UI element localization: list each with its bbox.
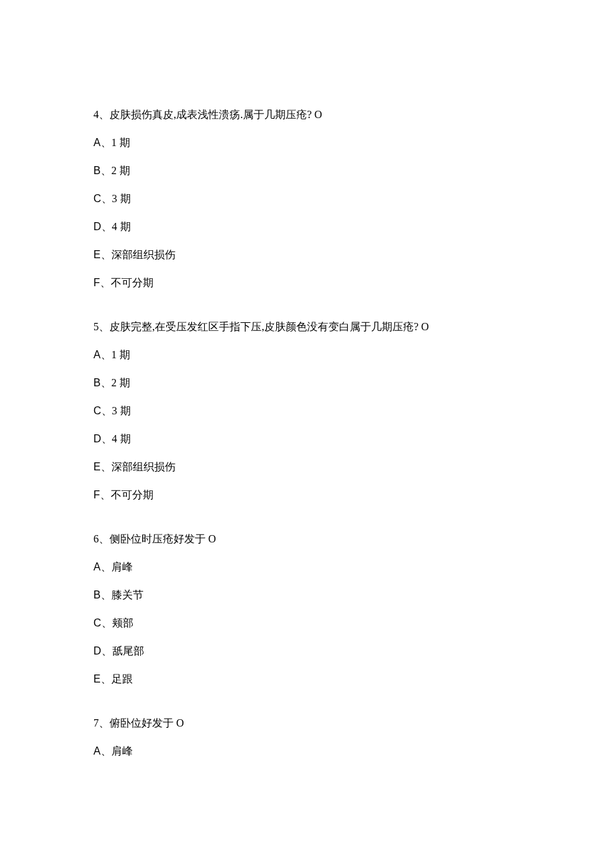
question-text: 6、侧卧位时压疮好发于 O xyxy=(93,531,521,547)
option-letter: A xyxy=(93,137,101,148)
option: C、颊部 xyxy=(93,615,521,631)
option-text: 1 期 xyxy=(111,349,130,360)
option-separator: 、 xyxy=(101,137,111,148)
question-text: 5、皮肤完整,在受压发红区手指下压,皮肤颜色没有变白属于几期压疮? O xyxy=(93,319,521,335)
option: B、2 期 xyxy=(93,375,521,391)
option-separator: 、 xyxy=(100,277,111,288)
option-separator: 、 xyxy=(101,589,111,600)
document-content: 4、皮肤损伤真皮,成表浅性溃疡.属于几期压疮? OA、1 期B、2 期C、3 期… xyxy=(93,107,521,759)
option-text: 足跟 xyxy=(111,673,133,685)
option-text: 不可分期 xyxy=(111,489,154,500)
option: A、肩峰 xyxy=(93,559,521,575)
option: E、深部组织损伤 xyxy=(93,247,521,263)
option: A、1 期 xyxy=(93,347,521,363)
option-text: 4 期 xyxy=(112,221,131,232)
option-separator: 、 xyxy=(101,461,111,472)
option-letter: C xyxy=(93,405,101,416)
option-separator: 、 xyxy=(101,377,111,388)
option-text: 不可分期 xyxy=(111,277,154,288)
option: E、足跟 xyxy=(93,671,521,687)
option-text: 2 期 xyxy=(111,377,130,388)
option: F、不可分期 xyxy=(93,487,521,503)
option-separator: 、 xyxy=(101,433,112,444)
option-separator: 、 xyxy=(101,645,112,657)
option-letter: B xyxy=(93,589,101,600)
option-text: 深部组织损伤 xyxy=(111,461,176,472)
option-letter: D xyxy=(93,221,101,232)
option-letter: A xyxy=(93,561,101,572)
option-text: 舐尾部 xyxy=(112,645,144,657)
option-text: 3 期 xyxy=(112,193,131,204)
option: E、深部组织损伤 xyxy=(93,459,521,475)
option-letter: D xyxy=(93,433,101,444)
option: B、2 期 xyxy=(93,163,521,179)
option-separator: 、 xyxy=(101,673,111,685)
option-separator: 、 xyxy=(101,349,111,360)
option: F、不可分期 xyxy=(93,275,521,291)
option-letter: F xyxy=(93,489,100,500)
option-letter: D xyxy=(93,645,101,657)
question-text: 7、俯卧位好发于 O xyxy=(93,715,521,731)
question-text: 4、皮肤损伤真皮,成表浅性溃疡.属于几期压疮? O xyxy=(93,107,521,123)
question-block: 7、俯卧位好发于 OA、肩峰 xyxy=(93,715,521,759)
option-letter: F xyxy=(93,277,100,288)
option: D、舐尾部 xyxy=(93,643,521,659)
option-text: 3 期 xyxy=(112,405,131,416)
question-block: 4、皮肤损伤真皮,成表浅性溃疡.属于几期压疮? OA、1 期B、2 期C、3 期… xyxy=(93,107,521,291)
option: A、1 期 xyxy=(93,135,521,151)
option-separator: 、 xyxy=(101,249,111,260)
option-letter: A xyxy=(93,349,101,360)
option-letter: A xyxy=(93,745,101,757)
question-block: 5、皮肤完整,在受压发红区手指下压,皮肤颜色没有变白属于几期压疮? OA、1 期… xyxy=(93,319,521,503)
option: B、膝关节 xyxy=(93,587,521,603)
option-letter: E xyxy=(93,249,101,260)
question-block: 6、侧卧位时压疮好发于 OA、肩峰B、膝关节C、颊部D、舐尾部E、足跟 xyxy=(93,531,521,687)
option-separator: 、 xyxy=(101,165,111,176)
option-letter: B xyxy=(93,165,101,176)
option-text: 颊部 xyxy=(112,617,133,628)
option-separator: 、 xyxy=(101,745,111,757)
option-letter: B xyxy=(93,377,101,388)
option-letter: E xyxy=(93,461,101,472)
option-letter: C xyxy=(93,193,101,204)
option-text: 深部组织损伤 xyxy=(111,249,176,260)
option: D、4 期 xyxy=(93,219,521,235)
option-text: 4 期 xyxy=(112,433,131,444)
option-text: 肩峰 xyxy=(111,745,133,757)
option-text: 肩峰 xyxy=(111,561,133,572)
option-separator: 、 xyxy=(101,561,111,572)
option-separator: 、 xyxy=(101,193,112,204)
option-separator: 、 xyxy=(101,221,112,232)
option: A、肩峰 xyxy=(93,743,521,759)
option-separator: 、 xyxy=(100,489,111,500)
option: C、3 期 xyxy=(93,191,521,207)
option: D、4 期 xyxy=(93,431,521,447)
option-letter: C xyxy=(93,617,101,628)
option-letter: E xyxy=(93,673,101,685)
option-separator: 、 xyxy=(101,405,112,416)
option-text: 膝关节 xyxy=(111,589,143,600)
option-text: 1 期 xyxy=(111,137,130,148)
option-text: 2 期 xyxy=(111,165,130,176)
option-separator: 、 xyxy=(101,617,112,628)
option: C、3 期 xyxy=(93,403,521,419)
